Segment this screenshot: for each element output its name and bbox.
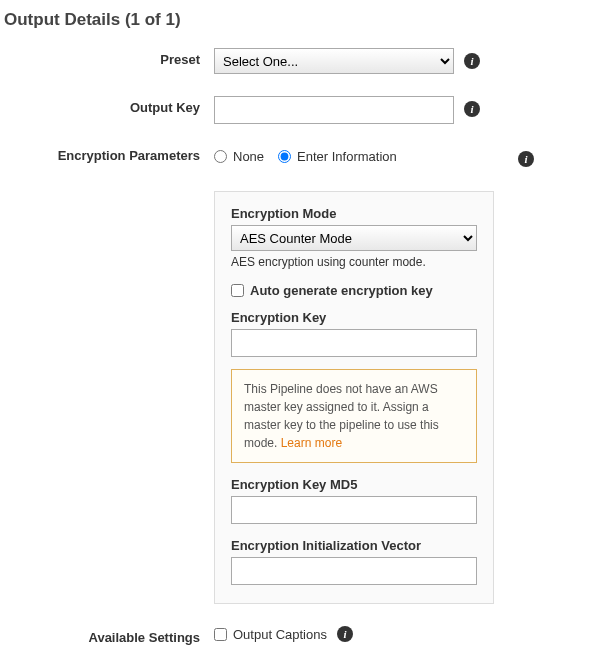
encryption-enter-radio[interactable] — [278, 150, 291, 163]
encryption-md5-input[interactable] — [231, 496, 477, 524]
encryption-enter-label: Enter Information — [297, 149, 397, 164]
available-settings-row: Available Settings Output Captions i — [4, 626, 591, 645]
learn-more-link[interactable]: Learn more — [281, 436, 342, 450]
encryption-key-label: Encryption Key — [231, 310, 477, 325]
encryption-key-input[interactable] — [231, 329, 477, 357]
output-captions-label: Output Captions — [233, 627, 327, 642]
info-icon[interactable]: i — [518, 151, 534, 167]
info-icon[interactable]: i — [464, 101, 480, 117]
info-icon[interactable]: i — [464, 53, 480, 69]
encryption-none-label: None — [233, 149, 264, 164]
preset-select[interactable]: Select One... — [214, 48, 454, 74]
encryption-iv-label: Encryption Initialization Vector — [231, 538, 477, 553]
encryption-mode-hint: AES encryption using counter mode. — [231, 255, 477, 269]
output-key-label: Output Key — [4, 96, 214, 115]
preset-row: Preset Select One... i — [4, 48, 591, 74]
output-captions-checkbox[interactable] — [214, 628, 227, 641]
encryption-parameters-label: Encryption Parameters — [4, 146, 214, 163]
encryption-mode-label: Encryption Mode — [231, 206, 477, 221]
encryption-parameters-row: Encryption Parameters None Enter Informa… — [4, 146, 591, 604]
auto-generate-key-checkbox[interactable] — [231, 284, 244, 297]
encryption-md5-label: Encryption Key MD5 — [231, 477, 477, 492]
output-key-row: Output Key i — [4, 96, 591, 124]
info-icon[interactable]: i — [337, 626, 353, 642]
pipeline-warning: This Pipeline does not have an AWS maste… — [231, 369, 477, 463]
encryption-iv-input[interactable] — [231, 557, 477, 585]
encryption-mode-select[interactable]: AES Counter Mode — [231, 225, 477, 251]
output-key-input[interactable] — [214, 96, 454, 124]
page-title: Output Details (1 of 1) — [4, 10, 591, 30]
encryption-none-radio[interactable] — [214, 150, 227, 163]
encryption-panel: Encryption Mode AES Counter Mode AES enc… — [214, 191, 494, 604]
preset-label: Preset — [4, 48, 214, 67]
available-settings-label: Available Settings — [4, 626, 214, 645]
auto-generate-key-label: Auto generate encryption key — [250, 283, 433, 298]
